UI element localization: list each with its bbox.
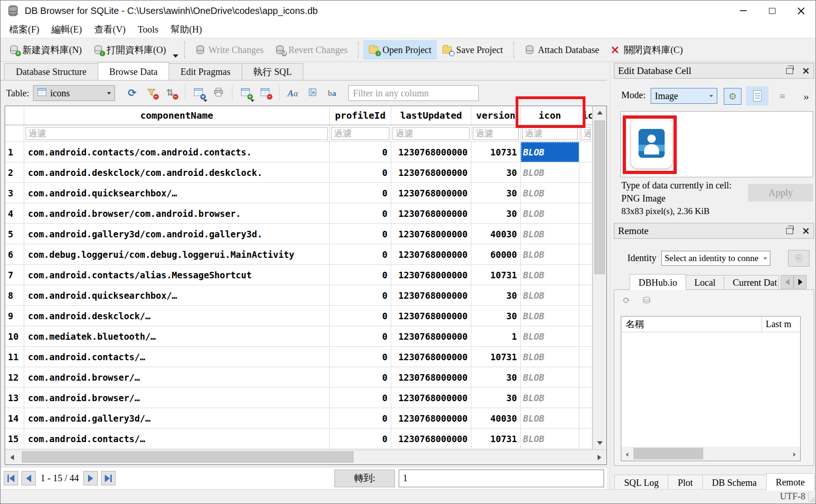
cell-version[interactable]: 30 <box>471 285 521 306</box>
cell-lastUpdated[interactable]: 1230768000000 <box>391 326 471 347</box>
tab-scroll-right-button[interactable] <box>794 275 807 289</box>
more-tools-button[interactable]: » <box>798 88 814 105</box>
cell-lastUpdated[interactable]: 1230768000000 <box>391 162 471 183</box>
remote-tab-dbhub[interactable]: DBHub.io <box>630 274 686 290</box>
cell-icon-blob[interactable]: BLOB <box>521 326 579 347</box>
cell-profileId[interactable]: 0 <box>330 162 391 183</box>
filter-input-icon[interactable]: 過濾 <box>521 125 579 142</box>
column-header-profileId[interactable]: profileId <box>330 106 391 125</box>
close-panel-icon[interactable]: × <box>802 226 810 235</box>
cell-icon-blob[interactable]: BLOB <box>521 183 579 203</box>
column-header-name[interactable]: 名稱 <box>621 316 762 332</box>
cell-componentName[interactable]: com.android.browser/… <box>24 388 330 408</box>
cell-icon-blob[interactable]: BLOB <box>521 367 579 388</box>
remote-list-scrollbar[interactable]: ‹ › <box>621 447 800 461</box>
insert-record-button[interactable]: + <box>237 84 255 102</box>
cell-profileId[interactable]: 0 <box>330 224 391 244</box>
delete-record-button[interactable]: − <box>257 84 274 102</box>
export-table-button[interactable]: ▾ <box>190 84 208 102</box>
cell-profileId[interactable]: 0 <box>330 408 391 429</box>
filter-input-version[interactable]: 過濾 <box>471 125 521 142</box>
cell-componentName[interactable]: com.android.browser/… <box>24 367 330 388</box>
table-selector[interactable]: icons <box>33 85 115 101</box>
first-page-button[interactable] <box>4 471 18 485</box>
scroll-down-button[interactable] <box>593 437 606 450</box>
float-panel-icon[interactable] <box>786 228 793 234</box>
cell-profileId[interactable]: 0 <box>330 367 391 388</box>
close-panel-icon[interactable]: × <box>802 66 810 75</box>
vertical-scrollbar[interactable] <box>592 106 606 450</box>
scroll-up-button[interactable] <box>593 106 606 119</box>
filter-input-lastUpdated[interactable]: 過濾 <box>391 125 471 142</box>
print-button[interactable] <box>210 84 227 102</box>
cell-icon-blob[interactable]: BLOB <box>521 244 579 265</box>
cell-profileId[interactable]: 0 <box>330 326 391 347</box>
cell-profileId[interactable]: 0 <box>330 203 391 224</box>
cell-componentName[interactable]: com.android.deskclock/… <box>24 306 330 326</box>
cell-lastUpdated[interactable]: 1230768000000 <box>391 244 471 265</box>
revert-changes-button[interactable]: ↺Revert Changes <box>269 40 353 60</box>
next-page-button[interactable] <box>83 471 98 485</box>
refresh-button[interactable]: ⟳ <box>123 84 141 102</box>
open-database-button[interactable]: ›打開資料庫(O) <box>88 40 172 60</box>
tab-database-structure[interactable]: Database Structure <box>4 63 98 80</box>
dock-tab-db-schema[interactable]: DB Schema <box>702 475 767 491</box>
cell-version[interactable]: 10731 <box>471 429 521 449</box>
open-database-dropdown[interactable] <box>172 40 179 60</box>
dock-tab-sql-log[interactable]: SQL Log <box>614 475 668 491</box>
tab-scroll-left-button[interactable] <box>781 275 794 289</box>
filter-input-profileId[interactable]: 過濾 <box>330 125 391 142</box>
cell-lastUpdated[interactable]: 1230768000000 <box>391 203 471 224</box>
cell-profileId[interactable]: 0 <box>330 347 391 367</box>
remote-tab-local[interactable]: Local <box>686 275 725 290</box>
word-wrap-button[interactable]: ≡ <box>774 88 791 105</box>
cell-lastUpdated[interactable]: 1230768000000 <box>391 429 471 449</box>
blob-image-thumbnail[interactable] <box>631 118 672 168</box>
previous-page-button[interactable] <box>21 471 36 485</box>
remote-refresh-icon[interactable]: ⟳ <box>623 295 631 306</box>
goto-button[interactable]: 轉到: <box>334 470 395 487</box>
cell-version[interactable]: 10731 <box>471 142 521 162</box>
filter-input-componentName[interactable]: 過濾 <box>24 125 330 142</box>
column-header-partial[interactable]: ic <box>579 106 592 125</box>
cell-profileId[interactable]: 0 <box>330 244 391 265</box>
cell-icon-blob[interactable]: BLOB <box>521 429 579 449</box>
menu-item-2[interactable]: 查看(V) <box>88 22 132 37</box>
column-header-last-modified[interactable]: Last m <box>762 316 800 332</box>
cell-profileId[interactable]: 0 <box>330 183 391 203</box>
dock-tab-remote[interactable]: Remote <box>766 473 815 491</box>
attach-database-button[interactable]: Attach Database <box>519 40 605 60</box>
cell-version[interactable]: 30 <box>471 183 521 203</box>
cell-componentName[interactable]: com.android.browser/com.android.browser. <box>24 203 330 224</box>
cell-icon-blob[interactable]: BLOB <box>521 224 579 244</box>
column-header-componentName[interactable]: componentName <box>24 106 330 125</box>
cell-icon-blob-selected[interactable]: BLOB <box>521 142 579 162</box>
cell-icon-blob[interactable]: BLOB <box>521 306 579 326</box>
text-view-button[interactable] <box>746 86 768 106</box>
scroll-left-button[interactable] <box>5 450 19 464</box>
cell-version[interactable]: 10731 <box>471 265 521 285</box>
cell-profileId[interactable]: 0 <box>330 429 391 449</box>
cell-componentName[interactable]: com.android.gallery3d/com.android.galler… <box>24 224 330 244</box>
write-changes-button[interactable]: Write Changes <box>190 40 270 60</box>
cell-componentName[interactable]: com.android.gallery3d/… <box>24 408 330 429</box>
cell-componentName[interactable]: com.android.contacts/com.android.contact… <box>24 142 330 162</box>
cell-componentName[interactable]: com.android.quicksearchbox/… <box>24 183 330 203</box>
cell-componentName[interactable]: com.mediatek.bluetooth/… <box>24 326 330 347</box>
cell-version[interactable]: 60000 <box>471 244 521 265</box>
close-database-button[interactable]: ×關閉資料庫(C) <box>605 40 688 60</box>
menu-item-3[interactable]: Tools <box>132 23 164 36</box>
filter-input-ic[interactable]: 過濾 <box>579 125 592 142</box>
menu-item-1[interactable]: 編輯(E) <box>45 22 88 37</box>
cell-icon-blob[interactable]: BLOB <box>521 285 579 306</box>
resize-grip[interactable] <box>809 497 815 503</box>
cell-version[interactable]: 10731 <box>471 347 521 367</box>
cell-lastUpdated[interactable]: 1230768000000 <box>391 142 471 162</box>
cell-version[interactable]: 30 <box>471 367 521 388</box>
vertical-scrollbar-thumb[interactable] <box>594 121 605 274</box>
tab-execute-sql[interactable]: 執行 SQL <box>242 63 304 80</box>
filter-any-column-input[interactable]: Filter in any column <box>348 85 479 101</box>
close-button[interactable]: × <box>787 0 816 21</box>
scroll-right-button[interactable]: › <box>788 447 800 461</box>
remote-tab-current-database[interactable]: Current Dat <box>724 275 779 290</box>
